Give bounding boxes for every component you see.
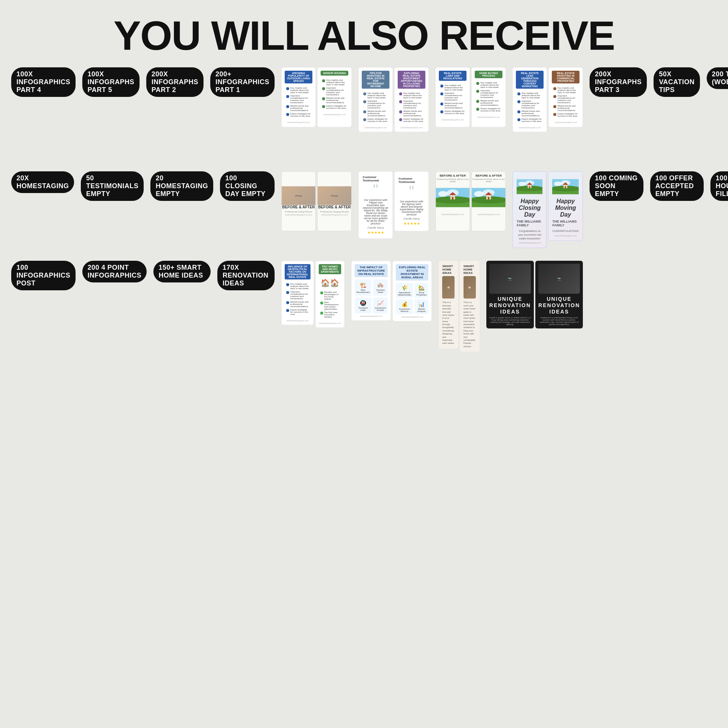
svg-rect-15 — [488, 197, 489, 199]
section-homestaging: Photo BEFORE & AFTER Professional Listin… — [281, 171, 352, 248]
before-after-landscape-card: BEFORE & AFTER Professional interior dec… — [471, 171, 506, 231]
card-wrapper: Customer Testimonial " Our experience wi… — [358, 171, 393, 239]
infographic-card: GROWING POPULARITY OF OUTDOOR LIVING SPA… — [281, 67, 316, 127]
infographic-card: REAL ESTATE INVESTING IN COMMERCIAL PROP… — [548, 67, 583, 127]
section-renovation-ideas: 📷 UNIQUE RENOVATION IDEAS Install a qual… — [486, 261, 583, 352]
infographic-card: TIPS FOR INVESTING IN REAL ESTATE FOR RE… — [358, 67, 393, 132]
section-label-infographics-part1: 200+ INFOGRAPHICS PART 1 — [210, 67, 275, 97]
svg-rect-31 — [565, 186, 566, 188]
infographic-title: REAL ESTATE LEAD GENERATION THROUGH CONT… — [516, 71, 544, 89]
card-grid-infographics-part1: REAL ESTATE LEAD GENERATION THROUGH CONT… — [512, 67, 583, 132]
label-row: 100X INFOGRAPHICS PART 4100X INFOGRAPHS … — [11, 67, 275, 163]
infographic-title: SENIOR HOUSING — [321, 71, 348, 76]
card-grid-infographics-part4: GROWING POPULARITY OF OUTDOOR LIVING SPA… — [281, 67, 352, 127]
section-label-infographics-part2: 200X INFOGRAPHS PART 2 — [146, 67, 203, 97]
label-row: 20X HOMESTAGING50 TESTIMONIALS EMPTY20 H… — [11, 171, 275, 252]
before-after-landscape-card: BEFORE & AFTER Professional interior dec… — [436, 171, 470, 231]
section-infographics-part1: REAL ESTATE LEAD GENERATION THROUGH CONT… — [512, 67, 583, 159]
section-label-coming-soon-empty: 100 COMING SOON EMPTY — [590, 171, 643, 201]
section-closing-day-empty: Happy Closing Day THE WILLIAMS FAMILY Co… — [512, 171, 583, 248]
closing-day-card: Happy Moving Day THE WILLIAMS FAMILY CON… — [548, 171, 583, 241]
infographic-card: SENIOR HOUSING Key insights and analysis… — [317, 67, 352, 127]
infographic-title: TIPS FOR INVESTING IN REAL ESTATE FOR RE… — [362, 71, 390, 89]
testimonial-card: Customer Testimonial " Our experience wi… — [358, 171, 393, 239]
card-wrapper: HOME BUYING PROCESS Key insights and ana… — [471, 67, 506, 127]
card-wrapper: Happy Closing Day THE WILLIAMS FAMILY Co… — [512, 171, 546, 248]
renovation-card: 📷 UNIQUE RENOVATION IDEAS Install a qual… — [486, 261, 534, 328]
card-wrapper: SMART HOME IDEAS 🏠 This is a doorway int… — [439, 261, 458, 352]
svg-point-17 — [518, 182, 526, 186]
main-grid: 100X INFOGRAPHICS PART 4100X INFOGRAPHS … — [8, 67, 720, 358]
card-wrapper: Customer Testimonial " Our experience wi… — [394, 171, 429, 239]
section-label-4point-infographics: 200 4 POINT INFOGRAPHICS — [82, 261, 147, 283]
cards-row: Photo BEFORE & AFTER Professional Listin… — [281, 171, 583, 248]
section-infographics-part4: GROWING POPULARITY OF OUTDOOR LIVING SPA… — [281, 67, 352, 159]
section-infographics-post: INFLUENCE OF GEOPOLITICAL FACTORS ON INT… — [281, 261, 344, 352]
card-wrapper: REAL ESTATE LEAD GENERATION THROUGH CONT… — [512, 67, 547, 132]
section-label-renovation-ideas: 170X RENOVATION IDEAS — [217, 261, 275, 290]
smart-home-card: SMART HOME IDEAS 🏠 This is a room your s… — [460, 261, 480, 352]
card-wrapper: REAL ESTATE LAWS AND REGULATIONS Key ins… — [436, 67, 470, 127]
card-wrapper: SMART HOME IDEAS 🏠 This is a room your s… — [460, 261, 480, 352]
card-wrapper: INFLUENCE OF GEOPOLITICAL FACTORS ON INT… — [281, 261, 314, 328]
infographic-title: HOME BUYING PROCESS — [475, 71, 502, 78]
card-wrapper: THE IMPACT OF INFRASTRUCTURE ON REAL EST… — [351, 261, 391, 321]
card-grid-homestaging: Photo BEFORE & AFTER Professional Listin… — [281, 171, 352, 231]
card-wrapper: 📷 UNIQUE RENOVATION IDEAS Install a qual… — [486, 261, 534, 328]
card-grid-renovation-ideas: 📷 UNIQUE RENOVATION IDEAS Install a qual… — [486, 261, 583, 328]
card-grid-infographics-post: INFLUENCE OF GEOPOLITICAL FACTORS ON INT… — [281, 261, 344, 328]
section-label-infographics-part4: 100X INFOGRAPHICS PART 4 — [11, 67, 76, 97]
section-label-closing-day-empty: 100 CLOSING DAY EMPTY — [220, 171, 275, 201]
cards-row: GROWING POPULARITY OF OUTDOOR LIVING SPA… — [281, 67, 583, 159]
svg-point-25 — [554, 182, 562, 186]
section-label-infographics-part3: 200X INFOGRAPHS PART 3 — [590, 67, 647, 97]
infographic-title: INFLUENCE OF GEOPOLITICAL FACTORS ON INT… — [285, 264, 310, 280]
testimonial-card: Customer Testimonial " Our experience wi… — [394, 171, 429, 231]
card-wrapper: Photo BEFORE & AFTER Professional Stagin… — [317, 171, 352, 231]
card-wrapper: EXPLORING REAL ESTATE INVESTMENT IN RURA… — [392, 261, 432, 321]
card-wrapper: Happy Moving Day THE WILLIAMS FAMILY CON… — [548, 171, 583, 248]
infographic-title: GROWING POPULARITY OF OUTDOOR LIVING SPA… — [285, 71, 312, 83]
infographic-card: EXPLORING REAL ESTATE INVESTMENT OPPORTU… — [394, 67, 429, 132]
infographic-card: REAL ESTATE LAWS AND REGULATIONS Key ins… — [436, 67, 470, 127]
section-label-smart-home-ideas: 150+ SMART HOME IDEAS — [153, 261, 211, 283]
four-point-card: THE IMPACT OF INFRASTRUCTURE ON REAL EST… — [351, 261, 391, 321]
section-label-vacation-tips: 50X VACATION TIPS — [653, 67, 700, 97]
svg-rect-23 — [529, 186, 530, 188]
svg-rect-7 — [452, 197, 453, 199]
section-label-homestaging: 20X HOMESTAGING — [11, 171, 74, 193]
card-grid-4point-infographics: THE IMPACT OF INFRASTRUCTURE ON REAL EST… — [351, 261, 432, 321]
section-homestaging-empty: BEFORE & AFTER Professional interior dec… — [436, 171, 506, 248]
card-wrapper: BEFORE & AFTER Professional interior dec… — [436, 171, 470, 231]
infographic-title: REAL ESTATE LAWS AND REGULATIONS — [439, 71, 466, 81]
page-title: YOU WILL ALSO RECEIVE — [8, 8, 720, 67]
section-label-infographics-post: 100 INFOGRAPHICS POST — [11, 261, 76, 290]
card-wrapper: Photo BEFORE & AFTER Professional Listin… — [281, 171, 316, 231]
card-wrapper: GROWING POPULARITY OF OUTDOOR LIVING SPA… — [281, 67, 316, 127]
section-label-open-house-v2: 100 OPEN HOUSE V2 FILLED — [710, 171, 728, 201]
section-label-infographics-part5: 100X INFOGRAPHS PART 5 — [82, 67, 139, 97]
card-grid-closing-day-empty: Happy Closing Day THE WILLIAMS FAMILY Co… — [512, 171, 583, 248]
section-testimonials-empty: Customer Testimonial " Our experience wi… — [358, 171, 429, 248]
svg-point-9 — [474, 191, 484, 197]
section-label-offer-accepted-empty: 100 OFFER ACCEPTED EMPTY — [650, 171, 704, 201]
before-after-card: Photo BEFORE & AFTER Professional Stagin… — [317, 171, 352, 231]
card-wrapper: REAL ESTATE INVESTING IN COMMERCIAL PROP… — [548, 67, 583, 132]
before-after-card: Photo BEFORE & AFTER Professional Listin… — [281, 171, 316, 231]
section-infographics-part5: TIPS FOR INVESTING IN REAL ESTATE FOR RE… — [358, 67, 429, 159]
card-wrapper: 📷 UNIQUE RENOVATION IDEAS Implement a so… — [535, 261, 583, 328]
label-row: 100 INFOGRAPHICS POST200 4 POINT INFOGRA… — [11, 261, 275, 356]
svg-point-1 — [439, 191, 448, 197]
section-infographics-part2: REAL ESTATE LAWS AND REGULATIONS Key ins… — [436, 67, 506, 159]
infographic-card: HOME BUYING PROCESS Key insights and ana… — [471, 67, 506, 127]
cards-row: INFLUENCE OF GEOPOLITICAL FACTORS ON INT… — [281, 261, 583, 352]
card-wrapper: TIPS FOR INVESTING IN REAL ESTATE FOR RE… — [358, 67, 393, 132]
smart-home-card: SMART HOME IDEAS 🏠 This is a doorway int… — [439, 261, 458, 348]
section-label-homestaging-empty: 20 HOMESTAGING EMPTY — [150, 171, 213, 201]
tiny-homes-card: TINY HOMES AND MICRO APARTMENTS 🏠🏠 Benef… — [315, 261, 344, 328]
section-label-tips-wobg: 200 TIPS (WOBACKGROUND) — [707, 67, 728, 89]
infographic-card: REAL ESTATE LEAD GENERATION THROUGH CONT… — [512, 67, 547, 132]
infographic-title: REAL ESTATE INVESTING IN COMMERCIAL PROP… — [552, 71, 580, 83]
card-wrapper: BEFORE & AFTER Professional interior dec… — [471, 171, 506, 231]
four-point-card: EXPLORING REAL ESTATE INVESTMENT IN RURA… — [392, 261, 432, 321]
